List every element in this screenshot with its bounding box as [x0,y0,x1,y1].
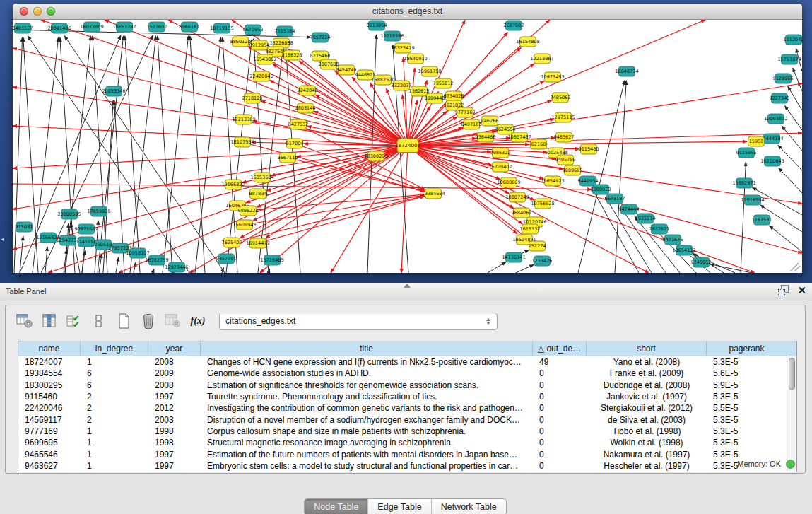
network-node[interactable]: 15692971 [732,178,755,188]
table-cell[interactable]: Jankovic et al. (1997) [587,392,707,402]
table-cell[interactable]: Changes of HCN gene expression and I(f) … [201,357,533,367]
network-node[interactable]: 20891406 [47,23,71,33]
create-column-icon[interactable] [114,312,133,330]
table-cell[interactable]: 18724007 [18,357,81,367]
tab-edge-table[interactable]: Edge Table [368,499,431,514]
network-edge[interactable] [13,126,408,146]
network-edge[interactable] [20,236,23,273]
network-node[interactable]: 2935114 [635,214,656,223]
table-cell[interactable]: 5.9E-5 [707,380,787,390]
network-node[interactable]: 915081 [16,222,33,232]
network-edge[interactable] [793,68,802,91]
column-header-name[interactable]: name [18,341,81,356]
network-node[interactable]: 18300295 [364,151,387,161]
table-cell[interactable]: Stergiakouli et al. (2012) [587,403,707,413]
table-cell[interactable]: 0 [533,403,587,413]
table-cell[interactable]: 1998 [148,438,201,448]
table-row[interactable]: 1938455462009Genome-wide association stu… [18,368,796,379]
network-node[interactable]: 16154808 [516,37,539,47]
network-node[interactable]: 8860123 [230,37,251,47]
tab-node-table[interactable]: Node Table [305,499,368,514]
network-edge[interactable] [779,168,802,193]
table-cell[interactable]: 19384554 [18,368,81,378]
network-edge[interactable] [125,36,140,273]
network-node[interactable]: 9242848 [298,86,318,95]
delete-table-icon[interactable] [164,312,182,330]
table-cell[interactable]: Structural magnetic resonance image aver… [201,438,533,448]
network-node[interactable]: 8427552 [288,119,309,129]
network-node[interactable]: 9115955 [736,148,757,158]
network-node[interactable]: 2803144 [295,103,316,113]
table-cell[interactable]: 2003 [148,415,201,425]
network-node[interactable]: 1733426 [532,256,553,266]
network-edge[interactable] [393,45,408,273]
network-node[interactable]: 16782759 [145,255,168,265]
network-node[interactable]: 2718120 [242,93,263,103]
network-edge[interactable] [13,146,408,250]
table-cell[interactable]: 5.6E-5 [707,368,787,378]
table-cell[interactable]: Tourette syndrome. Phenomenology and cla… [201,392,533,402]
table-cell[interactable]: de Silva et al. (2003) [587,415,707,425]
network-edge[interactable] [408,146,755,273]
table-cell[interactable]: Genome-wide association studies in ADHD. [201,368,533,378]
table-cell[interactable]: 0 [533,392,587,402]
table-cell[interactable]: 2 [81,415,148,425]
network-edge[interactable] [488,262,506,273]
network-node[interactable]: 8988923 [591,185,611,194]
column-header-pagerank[interactable]: pagerank [707,341,787,356]
network-node[interactable]: 14136141 [502,252,525,262]
table-cell[interactable]: Corpus callosum shape and size in male p… [201,426,533,436]
column-header-out-de-[interactable]: △ out_de… [533,341,587,356]
table-cell[interactable]: 14569117 [18,415,81,425]
network-node[interactable]: 12213389 [232,115,255,124]
table-row[interactable]: 1456911722003Disruption of a novel membe… [18,414,796,425]
network-edge[interactable] [130,36,156,273]
network-edge[interactable] [782,126,802,151]
table-cell[interactable]: 2 [81,392,148,402]
network-edge[interactable] [14,37,23,273]
network-node[interactable]: 19384554 [421,189,445,199]
table-cell[interactable]: 5.5E-5 [707,403,787,413]
table-cell[interactable]: Wolkin et al. (1998) [587,438,707,448]
table-cell[interactable]: 2008 [148,357,201,367]
network-node[interactable]: 887834 [249,189,267,199]
table-row[interactable]: 1872400712008Changes of HCN gene express… [18,356,796,368]
network-node[interactable]: 7485063 [551,93,571,103]
table-cell[interactable]: 9115460 [18,392,81,402]
network-node[interactable]: 7625402 [222,238,242,247]
table-cell[interactable]: 0 [533,426,587,436]
network-node[interactable]: 2687682 [504,21,524,30]
table-row[interactable]: 977716911998Corpus callosum shape and si… [18,426,796,437]
network-node[interactable]: 1167531 [752,215,772,225]
table-cell[interactable]: 0 [533,368,587,378]
network-node[interactable]: 252274 [529,241,546,251]
table-cell[interactable]: 0 [533,415,587,425]
minimize-button[interactable] [33,7,42,16]
network-node[interactable]: 19654923 [541,176,564,186]
table-cell[interactable]: 2008 [148,380,201,390]
network-edge[interactable] [13,146,408,209]
network-node[interactable]: 6966161 [180,22,200,32]
network-node[interactable]: 1112042 [784,35,802,45]
network-node[interactable]: 9129966 [773,74,794,83]
network-node[interactable]: 8471676 [663,235,683,245]
table-cell[interactable]: 1998 [148,426,201,436]
table-cell[interactable]: Tibbo et al. (1998) [587,426,707,436]
network-node[interactable]: 9115460 [579,144,599,154]
network-node[interactable]: 16543882 [253,54,276,64]
network-edge[interactable] [232,196,424,243]
window-titlebar[interactable]: citations_edges.txt [13,4,802,20]
network-node[interactable]: 18640910 [404,54,427,64]
network-node[interactable]: 17859928 [87,206,110,216]
network-node[interactable]: 17016504 [741,195,764,205]
network-node[interactable]: 6679197 [605,194,625,204]
network-node[interactable]: 9495789 [555,155,576,165]
table-row[interactable]: 2242004622012Investigating the contribut… [18,402,796,414]
network-node[interactable]: 7857224 [310,33,331,42]
network-node[interactable]: 6734028 [444,91,464,101]
network-node[interactable]: 62160 [531,139,547,149]
table-cell[interactable]: 0 [533,380,587,390]
canvas-resize-grip[interactable] [790,263,800,271]
network-node[interactable]: 9245652 [691,257,712,267]
table-cell[interactable]: 5.3E-5 [707,438,787,448]
